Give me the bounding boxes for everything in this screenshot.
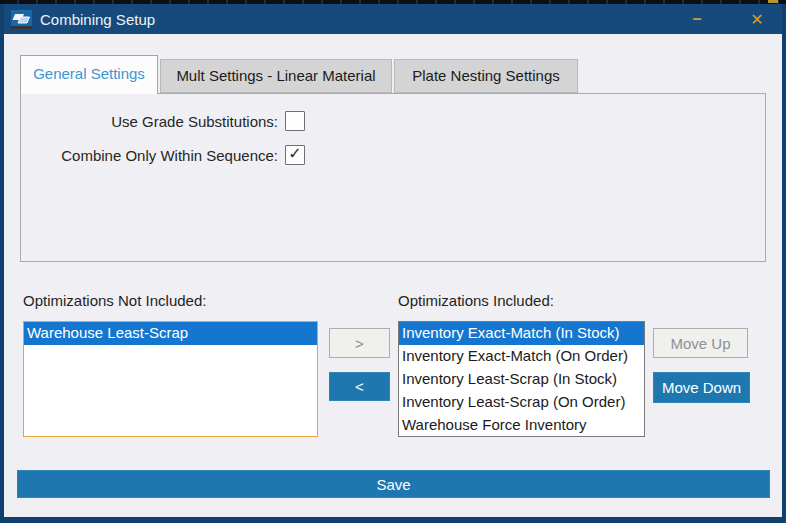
tab-general-settings[interactable]: General Settings: [20, 55, 158, 94]
titlebar[interactable]: Combining Setup – ✕: [4, 4, 782, 34]
optimizations-included-listbox[interactable]: Inventory Exact-Match (In Stock)Inventor…: [398, 321, 645, 437]
combining-setup-dialog: Combining Setup – ✕ General Settings Mul…: [0, 4, 786, 523]
close-button[interactable]: ✕: [746, 4, 768, 34]
list-item[interactable]: Warehouse Least-Scrap: [24, 322, 317, 345]
list-item[interactable]: Inventory Exact-Match (In Stock): [399, 322, 644, 345]
tab-plate-nesting-settings[interactable]: Plate Nesting Settings: [394, 59, 578, 93]
save-button[interactable]: Save: [17, 470, 770, 498]
list-item[interactable]: Inventory Least-Scrap (On Order): [399, 391, 644, 414]
combine-only-within-sequence-label: Combine Only Within Sequence:: [20, 147, 278, 164]
checkmark-icon: ✓: [288, 146, 301, 162]
list-item[interactable]: Warehouse Force Inventory: [399, 414, 644, 437]
move-left-button[interactable]: <: [329, 372, 390, 401]
move-up-button[interactable]: Move Up: [653, 328, 748, 358]
use-grade-substitutions-row: Use Grade Substitutions: ✓: [20, 110, 340, 132]
dialog-body: General Settings Mult Settings - Linear …: [4, 34, 782, 517]
optimizations-included-label: Optimizations Included:: [398, 292, 554, 309]
minimize-button[interactable]: –: [686, 4, 708, 34]
window-title: Combining Setup: [40, 11, 155, 28]
app-logo-icon: [11, 10, 32, 29]
use-grade-substitutions-checkbox[interactable]: ✓: [285, 111, 305, 131]
background-gold-mark: [768, 0, 778, 3]
tab-mult-settings-linear-material[interactable]: Mult Settings - Linear Material: [160, 59, 392, 93]
list-item[interactable]: Inventory Least-Scrap (In Stock): [399, 368, 644, 391]
move-right-button[interactable]: >: [329, 328, 390, 358]
optimizations-not-included-label: Optimizations Not Included:: [23, 292, 206, 309]
use-grade-substitutions-label: Use Grade Substitutions:: [20, 113, 278, 130]
combine-only-within-sequence-row: Combine Only Within Sequence: ✓: [20, 144, 340, 166]
combine-only-within-sequence-checkbox[interactable]: ✓: [285, 145, 305, 165]
move-down-button[interactable]: Move Down: [653, 372, 750, 403]
list-item[interactable]: Inventory Exact-Match (On Order): [399, 345, 644, 368]
optimizations-not-included-listbox[interactable]: Warehouse Least-Scrap: [23, 321, 318, 437]
